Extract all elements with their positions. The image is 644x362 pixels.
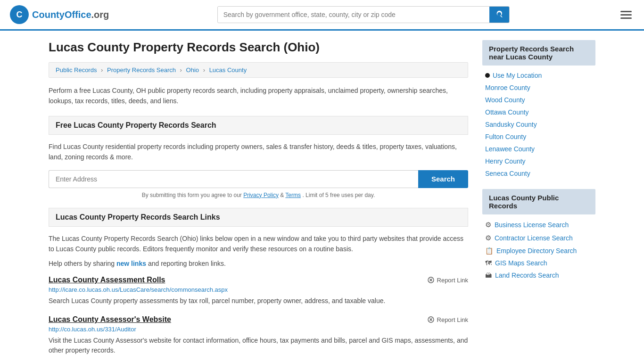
link-item-url[interactable]: http://icare.co.lucas.oh.us/LucasCare/se… [49,286,468,293]
links-section-header: Lucas County Property Records Search Lin… [49,208,468,227]
link-item-header: Lucas County Assessment Rolls Report Lin… [49,276,468,284]
list-item: ⚙ Contractor License Search [482,231,595,245]
hamburger-menu-button[interactable] [618,6,635,24]
nearby-county-link[interactable]: Seneca County [485,170,530,177]
link-item-header: Lucas County Assessor's Website Report L… [49,315,468,324]
free-search-description: Find Lucas County residential property r… [49,141,468,163]
address-input[interactable] [49,170,418,188]
breadcrumb-link-public-records[interactable]: Public Records [56,66,97,74]
header: C CountyOffice.org [0,0,644,31]
nearby-county-link[interactable]: Sandusky County [485,121,537,128]
hamburger-line [620,17,632,19]
link-item-description: Visit the Lucas County Assessor's websit… [49,336,468,355]
use-location-link[interactable]: Use My Location [493,72,542,79]
breadcrumb: Public Records › Property Records Search… [49,62,468,78]
list-item: 📋 Employee Directory Search [482,245,595,257]
links-description: The Lucas County Property Records Search… [49,233,468,255]
content-area: Lucas County Property Records Search (Oh… [49,40,468,362]
logo-icon: C [9,5,29,25]
free-search-header: Free Lucas County Property Records Searc… [49,116,468,135]
breadcrumb-link-ohio[interactable]: Ohio [186,66,199,74]
land-records-search-link[interactable]: Land Records Search [495,272,559,279]
link-item-assessment-rolls: Lucas County Assessment Rolls Report Lin… [49,276,468,306]
svg-text:C: C [17,10,23,19]
nearby-county-link[interactable]: Lenawee County [485,145,535,153]
form-disclaimer: By submitting this form you agree to our… [49,192,468,198]
list-item: ⚙ Business License Search [482,218,595,231]
nearby-section-header: Property Records Search near Lucas Count… [482,40,595,66]
address-search-row: Search [49,170,468,188]
page-description: Perform a free Lucas County, OH public p… [49,85,468,107]
contractor-license-search-link[interactable]: Contractor License Search [495,234,573,242]
nearby-county-link[interactable]: Wood County [485,96,525,104]
list-item: Lenawee County [482,143,595,155]
privacy-policy-link[interactable]: Privacy Policy [243,192,279,198]
breadcrumb-separator: › [203,66,205,74]
link-item-assessor-website: Lucas County Assessor's Website Report L… [49,315,468,355]
breadcrumb-link-lucas-county[interactable]: Lucas County [209,66,247,74]
sidebar: Property Records Search near Lucas Count… [482,40,595,362]
public-records-section-header: Lucas County Public Records [482,189,595,214]
header-search-bar [217,6,510,23]
link-item-description: Search Lucas County property assessments… [49,296,468,306]
logo-area: C CountyOffice.org [9,5,109,25]
terms-link[interactable]: Terms [285,192,301,198]
page-title: Lucas County Property Records Search (Oh… [49,40,468,55]
breadcrumb-separator: › [101,66,103,74]
gis-maps-search-link[interactable]: GIS Maps Search [495,259,547,267]
gear-icon: ⚙ [485,221,491,229]
share-links-text: Help others by sharing new links and rep… [49,260,468,267]
list-item: Ottawa County [482,106,595,118]
nearby-county-link[interactable]: Monroe County [485,84,530,91]
link-item-title[interactable]: Lucas County Assessor's Website [49,315,171,324]
search-submit-button[interactable]: Search [418,170,468,188]
employee-directory-search-link[interactable]: Employee Directory Search [496,247,577,255]
nearby-county-list: Use My Location Monroe County Wood Count… [482,69,595,180]
list-item: Henry County [482,155,595,167]
hamburger-line [620,14,632,16]
list-item: Seneca County [482,167,595,180]
list-item: 🏔 Land Records Search [482,269,595,281]
nearby-county-link[interactable]: Henry County [485,157,526,165]
report-link-button[interactable]: Report Link [427,276,468,284]
breadcrumb-separator: › [180,66,182,74]
business-license-search-link[interactable]: Business License Search [495,221,569,229]
links-section: Lucas County Property Records Search Lin… [49,208,468,356]
header-search-input[interactable] [218,7,489,22]
location-dot-icon [485,73,490,78]
list-item: 🗺 GIS Maps Search [482,257,595,269]
land-icon: 🏔 [485,272,492,279]
report-icon [427,316,435,323]
list-item: Fulton County [482,131,595,143]
list-item: Wood County [482,94,595,106]
report-link-button[interactable]: Report Link [427,316,468,323]
hamburger-line [620,11,632,12]
breadcrumb-link-property-records[interactable]: Property Records Search [107,66,176,74]
map-icon: 🗺 [485,259,492,267]
main-container: Lucas County Property Records Search (Oh… [39,31,605,362]
nearby-county-link[interactable]: Fulton County [485,133,526,140]
logo-text: CountyOffice.org [32,9,109,20]
list-item: Sandusky County [482,118,595,131]
header-search-button[interactable] [489,7,509,23]
book-icon: 📋 [485,247,493,255]
free-search-section: Free Lucas County Property Records Searc… [49,116,468,198]
link-item-url[interactable]: http://co.lucas.oh.us/331/Auditor [49,326,468,333]
public-records-list: ⚙ Business License Search ⚙ Contractor L… [482,218,595,281]
list-item: Monroe County [482,82,595,94]
use-location-item: Use My Location [482,69,595,82]
link-item-title[interactable]: Lucas County Assessment Rolls [49,276,165,284]
new-links-link[interactable]: new links [116,260,146,267]
report-icon [427,276,435,284]
gear-icon: ⚙ [485,234,491,242]
search-icon [495,10,504,19]
nearby-county-link[interactable]: Ottawa County [485,108,529,116]
